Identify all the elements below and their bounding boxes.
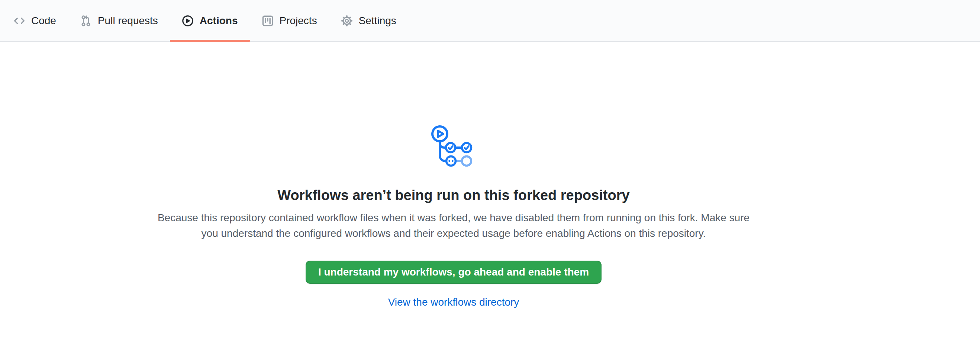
gear-icon xyxy=(341,15,353,27)
tab-projects[interactable]: Projects xyxy=(250,0,329,41)
button-row: I understand my workflows, go ahead and … xyxy=(0,241,907,284)
code-icon xyxy=(13,15,25,27)
tab-code[interactable]: Code xyxy=(2,0,68,41)
pull-request-icon xyxy=(80,15,92,27)
link-row: View the workflows directory xyxy=(0,296,907,308)
actions-blankslate: Workflows aren’t being run on this forke… xyxy=(0,42,907,308)
play-icon xyxy=(182,15,194,27)
blankslate-description: Because this repository contained workfl… xyxy=(151,210,757,241)
page-title: Workflows aren’t being run on this forke… xyxy=(0,186,907,205)
tab-label: Projects xyxy=(280,16,317,26)
tab-label: Pull requests xyxy=(98,16,158,26)
tab-actions[interactable]: Actions xyxy=(170,0,250,41)
enable-workflows-button[interactable]: I understand my workflows, go ahead and … xyxy=(305,260,601,284)
tab-settings[interactable]: Settings xyxy=(329,0,408,41)
tab-label: Settings xyxy=(359,16,396,26)
tab-pull-requests[interactable]: Pull requests xyxy=(68,0,170,41)
repo-tab-bar: Code Pull requests Actions xyxy=(0,0,980,42)
tab-label: Code xyxy=(31,16,56,26)
actions-workflow-icon xyxy=(431,125,476,167)
project-icon xyxy=(262,15,274,27)
tab-label: Actions xyxy=(200,16,238,26)
view-workflows-directory-link[interactable]: View the workflows directory xyxy=(388,296,519,308)
